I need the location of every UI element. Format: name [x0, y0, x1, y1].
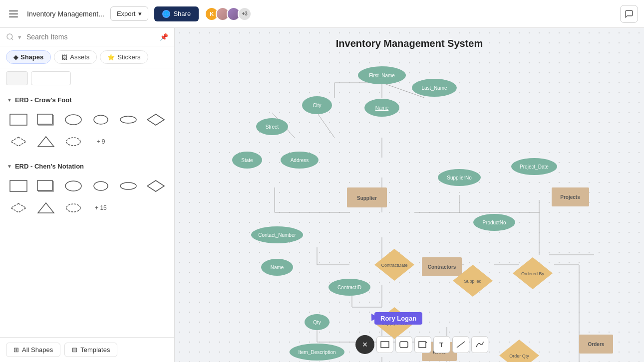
section-erd-chens[interactable]: ▼ ERD - Chen's Notation — [0, 159, 174, 174]
svg-text:Item_Description: Item_Description — [298, 350, 335, 355]
shape-triangle[interactable] — [34, 133, 58, 151]
svg-text:Projects: Projects — [560, 194, 580, 200]
shape-diamond[interactable] — [144, 111, 167, 129]
assets-icon: 🖼 — [61, 54, 67, 61]
svg-text:ContractDate: ContractDate — [381, 263, 407, 268]
svg-line-111 — [457, 342, 465, 348]
section-erd-crowsfoot[interactable]: ▼ ERD - Crow's Foot — [0, 92, 174, 108]
tab-stickers-label: Stickers — [117, 53, 140, 61]
pin-icon[interactable]: 📌 — [160, 33, 168, 41]
shape-rect-chens[interactable] — [7, 177, 30, 195]
shapes-list: ▼ ERD - Crow's Foot — [0, 88, 174, 337]
shapes-more-crowsfoot[interactable]: + 9 — [89, 133, 112, 151]
templates-button[interactable]: ⊟ Templates — [64, 343, 117, 357]
shape-ellipse-chens[interactable] — [62, 177, 85, 195]
all-shapes-button[interactable]: ⊞ All Shapes — [6, 343, 60, 357]
share-label: Share — [173, 10, 191, 17]
menu-button[interactable] — [6, 7, 21, 20]
svg-marker-8 — [147, 114, 164, 125]
svg-text:Supplier: Supplier — [357, 195, 377, 201]
tool-note[interactable] — [414, 336, 431, 353]
shape-triangle-chens[interactable] — [34, 199, 58, 217]
svg-text:Contractors: Contractors — [428, 264, 456, 270]
scroll-tab-1[interactable] — [6, 71, 28, 85]
shapes-icon: ◆ — [13, 54, 18, 61]
cursor-rory-logan: Rory Logan — [369, 312, 422, 325]
avatar-group: K +3 — [205, 7, 252, 21]
shapes-more-chens[interactable]: + 15 — [89, 199, 112, 217]
cursor-label-rory: Rory Logan — [374, 312, 422, 325]
svg-point-5 — [65, 115, 81, 125]
tool-rounded-rect[interactable] — [395, 336, 412, 353]
tool-rect[interactable] — [376, 336, 393, 353]
shape-diamond-chens[interactable] — [144, 177, 167, 195]
search-dropdown-icon: ▾ — [18, 33, 21, 41]
section-title-crowsfoot: ERD - Crow's Foot — [15, 96, 72, 104]
svg-text:Project_Date: Project_Date — [520, 164, 549, 170]
svg-rect-108 — [400, 342, 408, 348]
svg-rect-109 — [419, 342, 426, 348]
shape-ellipse-v-chens[interactable] — [89, 177, 112, 195]
tab-shapes[interactable]: ◆ Shapes — [6, 50, 51, 64]
tool-pen[interactable] — [471, 336, 488, 353]
svg-marker-10 — [38, 137, 54, 147]
diagram-title: Inventory Management System — [336, 38, 483, 49]
shape-diamond-sm[interactable] — [7, 133, 30, 151]
avatar-more[interactable]: +3 — [238, 7, 252, 21]
svg-point-6 — [94, 115, 108, 124]
tab-assets[interactable]: 🖼 Assets — [54, 50, 97, 64]
shape-rect-shadow-chens[interactable] — [34, 177, 58, 195]
scroll-tab-2[interactable] — [31, 71, 71, 85]
sidebar-bottom-toolbar: ⊞ All Shapes ⊟ Templates — [0, 337, 174, 362]
shape-ellipse[interactable] — [62, 111, 85, 129]
tab-bar: ◆ Shapes 🖼 Assets ⭐ Stickers — [0, 46, 174, 68]
shape-dashed-ellipse[interactable] — [62, 133, 85, 151]
svg-marker-18 — [147, 181, 164, 191]
svg-text:Last_Name: Last_Name — [421, 85, 447, 91]
shape-ellipse-sm[interactable] — [116, 111, 140, 129]
svg-line-1 — [11, 38, 13, 40]
chat-button[interactable] — [620, 5, 638, 23]
close-tool-button[interactable]: × — [355, 335, 374, 354]
shape-rect-shadow[interactable] — [34, 111, 58, 129]
svg-rect-2 — [10, 114, 27, 125]
tab-assets-label: Assets — [70, 53, 89, 61]
export-button[interactable]: Export ▾ — [110, 6, 149, 21]
svg-point-7 — [120, 116, 136, 123]
svg-marker-19 — [11, 203, 26, 212]
svg-text:T: T — [439, 341, 443, 348]
shape-dashed-ellipse-chens[interactable] — [62, 199, 85, 217]
search-input[interactable] — [26, 33, 156, 41]
svg-text:Address: Address — [291, 158, 309, 163]
export-label: Export — [117, 10, 136, 17]
svg-point-15 — [65, 181, 81, 191]
svg-text:Qty: Qty — [313, 320, 321, 325]
shape-rect[interactable] — [7, 111, 30, 129]
svg-rect-4 — [37, 114, 52, 124]
svg-line-28 — [317, 113, 334, 138]
sidebar: ▾ 📌 ◆ Shapes 🖼 Assets ⭐ Stickers — [0, 28, 175, 362]
canvas[interactable]: Inventory Management System — [175, 28, 644, 362]
shape-ellipse-v[interactable] — [89, 111, 112, 129]
svg-text:State: State — [241, 158, 253, 163]
tab-shapes-label: Shapes — [20, 53, 43, 61]
all-shapes-label: All Shapes — [22, 346, 53, 354]
svg-marker-9 — [11, 137, 26, 146]
svg-text:Street: Street — [266, 124, 279, 130]
tool-text[interactable]: T — [433, 336, 450, 353]
tab-stickers[interactable]: ⭐ Stickers — [100, 50, 148, 64]
svg-text:SupplierNo: SupplierNo — [447, 175, 472, 181]
shape-toolbar: × T — [355, 335, 488, 354]
tool-line[interactable] — [452, 336, 469, 353]
search-bar: ▾ 📌 — [0, 28, 174, 46]
svg-rect-12 — [10, 181, 27, 191]
svg-point-17 — [120, 182, 136, 189]
svg-point-0 — [7, 34, 12, 39]
shape-diamond-sm-chens[interactable] — [7, 199, 30, 217]
share-button[interactable]: 🌐 Share — [154, 6, 199, 21]
shapes-grid-chens: + 15 — [0, 174, 174, 221]
svg-text:ProductNo: ProductNo — [482, 220, 506, 225]
svg-marker-20 — [38, 203, 54, 213]
shape-ellipse-sm-chens[interactable] — [116, 177, 140, 195]
section-title-chens: ERD - Chen's Notation — [15, 163, 84, 170]
